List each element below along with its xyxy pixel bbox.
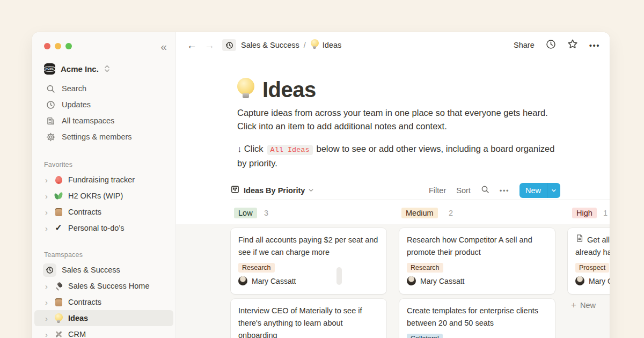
bulb-icon <box>53 313 64 323</box>
sidebar-item-personal-todos[interactable]: › ✓ Personal to-do’s <box>32 220 175 236</box>
person-name: Mary Cassatt <box>252 277 296 285</box>
sidebar-item-settings[interactable]: Settings & members <box>32 129 175 145</box>
tools-icon <box>53 330 64 338</box>
sidebar-item-sales-success-home[interactable]: › Sales & Success Home <box>32 278 175 294</box>
new-button-group: New <box>519 183 560 198</box>
column-header-low[interactable]: Low <box>234 208 257 218</box>
topbar-actions: Share ••• <box>514 39 600 52</box>
workspace-logo-text: ACME <box>43 66 55 72</box>
view-controls: Filter Sort ••• New <box>429 183 560 198</box>
sidebar-item-contracts-teamspace[interactable]: › Contracts <box>32 294 175 310</box>
breadcrumb-page[interactable]: Ideas <box>323 41 341 49</box>
person-name: Mary Cassatt <box>420 277 464 285</box>
sidebar-item-updates[interactable]: Updates <box>32 97 175 113</box>
workspace-logo: ACME <box>44 63 55 75</box>
collapse-sidebar-icon[interactable]: « <box>160 41 167 52</box>
sidebar-item-search[interactable]: Search <box>32 80 175 97</box>
workspace-switcher[interactable]: ACME Acme Inc. <box>32 61 175 76</box>
scroll-icon <box>53 208 64 216</box>
sidebar-item-contracts-favorite[interactable]: › Contracts <box>32 204 175 220</box>
card-title: Get all <box>587 234 610 246</box>
sidebar-item-label: Search <box>62 84 86 93</box>
search-icon[interactable] <box>481 185 489 196</box>
check-icon: ✓ <box>53 224 64 232</box>
view-more-options-icon[interactable]: ••• <box>500 187 509 195</box>
forward-arrow-icon[interactable]: → <box>204 40 215 50</box>
sidebar-item-all-teamspaces[interactable]: All teamspaces <box>32 113 175 129</box>
chevron-right-icon[interactable]: › <box>45 224 53 233</box>
sidebar-item-label: H2 OKRs (WIP) <box>68 192 123 200</box>
building-icon <box>45 116 56 126</box>
sidebar-item-label: Contracts <box>68 298 101 306</box>
sidebar-item-label: Sales & Success <box>62 266 120 274</box>
page-instruction: ↓ ClickAll Ideasbelow to see or add othe… <box>237 142 610 170</box>
scrollbar-thumb[interactable] <box>336 267 342 285</box>
chevron-down-icon[interactable] <box>308 186 314 195</box>
board-card[interactable]: Get all already ha Prospect Mary C <box>568 228 610 294</box>
sort-button[interactable]: Sort <box>456 186 471 195</box>
more-options-icon[interactable]: ••• <box>589 41 600 50</box>
chevron-updown-icon <box>104 64 110 73</box>
card-person: Mary Cassatt <box>407 276 547 285</box>
column-header-medium[interactable]: Medium <box>401 208 438 218</box>
filter-button[interactable]: Filter <box>429 186 446 195</box>
page-icon-bulb[interactable] <box>237 78 254 101</box>
sidebar-item-ideas[interactable]: › Ideas <box>34 310 173 326</box>
chevron-right-icon[interactable]: › <box>45 330 53 338</box>
add-card-button[interactable]: + New <box>571 300 596 310</box>
sidebar-item-label: Updates <box>62 100 91 109</box>
add-card-label: New <box>580 301 596 310</box>
new-button-chevron[interactable] <box>547 183 560 198</box>
sidebar-item-label: Sales & Success Home <box>68 282 150 290</box>
column-header-high[interactable]: High <box>572 208 597 218</box>
instruction-line2: by priority. <box>237 158 277 168</box>
view-name-button[interactable]: Ideas By Priority <box>244 186 305 195</box>
document-icon <box>575 234 584 246</box>
board-card[interactable]: Research how Competitor A sell and promo… <box>399 228 555 294</box>
plus-icon: + <box>571 300 576 310</box>
zoom-button[interactable] <box>65 43 72 49</box>
teamspaces-section-label: Teamspaces <box>32 251 175 262</box>
app-window: « ACME Acme Inc. Search Updates All team… <box>32 32 610 338</box>
sidebar: « ACME Acme Inc. Search Updates All team… <box>32 32 176 338</box>
close-button[interactable] <box>44 43 50 49</box>
star-icon[interactable] <box>567 39 578 52</box>
chevron-right-icon[interactable]: › <box>45 298 53 307</box>
chevron-right-icon[interactable]: › <box>45 282 53 291</box>
history-icon[interactable] <box>222 39 236 51</box>
board-area: Find all accounts paying $2 per seat and… <box>176 224 610 338</box>
share-button[interactable]: Share <box>514 41 535 49</box>
sidebar-menu: Search Updates All teamspaces Settings &… <box>32 80 175 145</box>
chevron-right-icon[interactable]: › <box>45 208 53 217</box>
card-person: Mary Cassatt <box>238 276 379 285</box>
sidebar-item-fundraising-tracker[interactable]: › Fundraising tracker <box>32 172 175 188</box>
card-tag: Research <box>407 263 443 273</box>
board-card[interactable]: Create templates for enterprise clients … <box>399 299 555 338</box>
clock-icon[interactable] <box>546 39 556 52</box>
column-count-low: 3 <box>264 209 268 217</box>
chevron-right-icon[interactable]: › <box>45 175 53 185</box>
search-icon <box>45 84 56 93</box>
sidebar-item-label: Personal to-do’s <box>68 224 125 232</box>
favorites-section-label: Favorites <box>32 161 175 172</box>
new-button[interactable]: New <box>519 183 547 198</box>
instruction-prefix: ↓ Click <box>237 144 264 153</box>
breadcrumb-root[interactable]: Sales & Success <box>241 41 299 49</box>
sidebar-item-h2-okrs[interactable]: › H2 OKRs (WIP) <box>32 188 175 204</box>
board-column-headers: Low 3 Medium 2 High 1 <box>231 200 610 225</box>
card-title: Interview CEO of Materially to see if th… <box>238 305 379 338</box>
back-arrow-icon[interactable]: ← <box>187 40 197 50</box>
chevron-right-icon[interactable]: › <box>45 314 53 323</box>
sidebar-item-label: Ideas <box>68 314 88 322</box>
balloon-icon <box>53 176 64 184</box>
minimize-button[interactable] <box>55 43 61 49</box>
sidebar-item-crm[interactable]: › CRM <box>32 326 175 338</box>
card-title: Create templates for enterprise clients … <box>407 305 547 329</box>
avatar <box>575 276 584 285</box>
chevron-right-icon[interactable]: › <box>45 192 53 201</box>
page-title: Ideas <box>262 78 316 102</box>
board-card[interactable]: Find all accounts paying $2 per seat and… <box>231 228 386 294</box>
traffic-lights: « <box>32 40 175 53</box>
board-card[interactable]: Interview CEO of Materially to see if th… <box>231 299 386 338</box>
sidebar-item-sales-and-success[interactable]: Sales & Success <box>32 262 175 278</box>
